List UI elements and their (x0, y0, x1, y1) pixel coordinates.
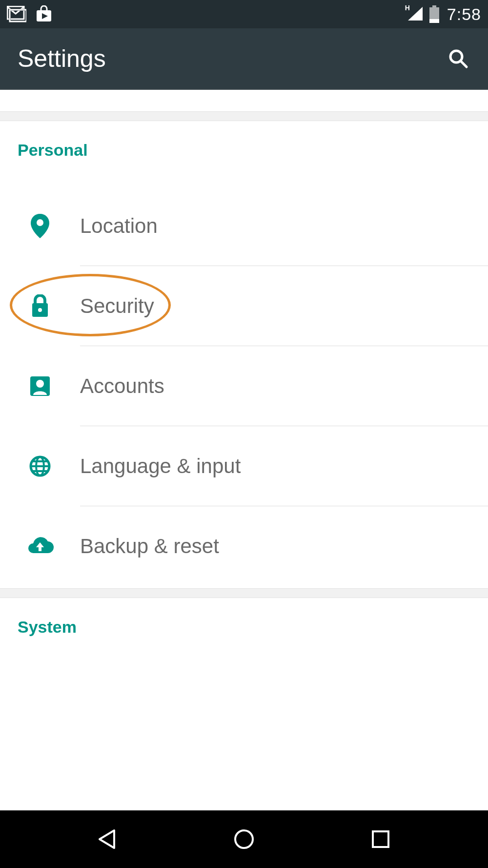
status-bar: H 7:58 (0, 0, 488, 28)
nav-recent-button[interactable] (366, 825, 395, 854)
app-bar: Settings (0, 28, 488, 90)
settings-item-label: Backup & reset (80, 535, 219, 558)
settings-item-accounts[interactable]: Accounts (0, 346, 488, 426)
settings-item-security[interactable]: Security (0, 266, 488, 346)
location-pin-icon (29, 213, 51, 239)
spacer (0, 90, 488, 111)
play-store-icon (35, 5, 53, 23)
section-header-system: System (0, 598, 488, 648)
svg-point-22 (235, 830, 253, 848)
page-title: Settings (18, 44, 106, 73)
account-icon (29, 375, 51, 397)
recent-square-icon (370, 828, 391, 850)
section-system: System (0, 598, 488, 648)
back-triangle-icon (96, 827, 119, 851)
svg-point-10 (37, 219, 43, 226)
signal-icon: H (406, 6, 425, 22)
settings-item-language-input[interactable]: Language & input (0, 426, 488, 506)
section-divider (0, 588, 488, 598)
section-header-personal: Personal (0, 121, 488, 171)
navigation-bar (0, 810, 488, 868)
svg-point-14 (36, 380, 44, 388)
settings-item-location[interactable]: Location (0, 186, 488, 266)
settings-item-label: Language & input (80, 455, 241, 478)
svg-line-9 (461, 61, 467, 67)
nav-back-button[interactable] (93, 825, 122, 854)
svg-point-12 (38, 308, 42, 312)
svg-marker-4 (408, 7, 423, 21)
settings-item-label: Security (80, 294, 154, 318)
lock-icon (30, 294, 50, 318)
home-circle-icon (232, 827, 256, 851)
section-personal: Personal Location (0, 121, 488, 586)
settings-item-label: Accounts (80, 374, 164, 398)
battery-icon (428, 5, 440, 23)
settings-item-backup-reset[interactable]: Backup & reset (0, 506, 488, 586)
svg-marker-21 (100, 830, 114, 848)
settings-item-label: Location (80, 214, 158, 238)
cloud-upload-icon (26, 537, 54, 556)
network-type-label: H (405, 4, 410, 12)
svg-rect-5 (432, 5, 436, 7)
section-divider (0, 111, 488, 121)
globe-icon (29, 455, 51, 477)
clock-text: 7:58 (447, 5, 481, 24)
svg-rect-23 (373, 831, 388, 847)
search-button[interactable] (446, 46, 470, 71)
nav-home-button[interactable] (229, 825, 259, 854)
gmail-icon (7, 6, 26, 22)
search-icon (447, 47, 469, 70)
svg-rect-7 (429, 19, 439, 23)
